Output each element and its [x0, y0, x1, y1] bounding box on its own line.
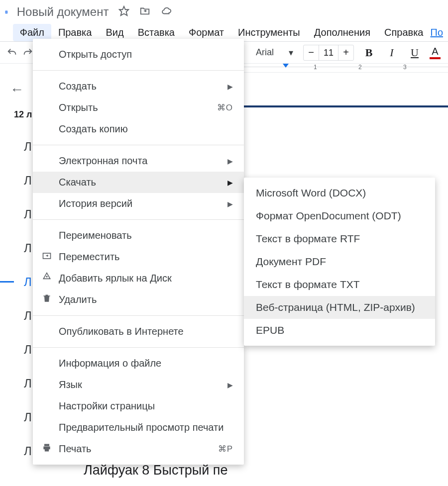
- chevron-right-icon: ▶: [227, 83, 233, 91]
- chevron-right-icon: ▶: [227, 179, 233, 187]
- submenu-item-rtf[interactable]: Текст в формате RTF: [244, 227, 435, 250]
- font-size-value[interactable]: 11: [319, 45, 338, 60]
- outline-item[interactable]: Л: [24, 343, 32, 357]
- font-size-control: − 11 +: [303, 45, 354, 61]
- menu-item-file-info[interactable]: Информация о файле: [33, 353, 244, 374]
- move-icon: [42, 251, 53, 263]
- outline-item[interactable]: Л: [24, 207, 32, 221]
- menu-item-print[interactable]: Печать⌘P: [33, 438, 244, 460]
- outline-item-selected[interactable]: Л: [24, 275, 32, 289]
- shortcut-label: ⌘P: [218, 444, 233, 454]
- font-size-decrease[interactable]: −: [304, 45, 319, 60]
- submenu-item-docx[interactable]: Microsoft Word (DOCX): [244, 182, 435, 204]
- italic-button[interactable]: I: [384, 45, 400, 61]
- text-color-button[interactable]: A: [430, 46, 441, 59]
- ruler-tick: 1: [314, 64, 317, 71]
- menu-item-open[interactable]: Открыть⌘O: [33, 97, 244, 118]
- font-family-label: Arial: [256, 47, 274, 58]
- submenu-item-html-zip[interactable]: Веб-страница (HTML, ZIP-архив): [244, 296, 435, 319]
- menu-separator: [33, 315, 244, 316]
- menu-item-share[interactable]: Открыть доступ: [33, 44, 244, 65]
- ruler-tick: 2: [358, 64, 362, 71]
- chevron-right-icon: ▶: [227, 381, 233, 389]
- menu-item-rename[interactable]: Переименовать: [33, 225, 244, 246]
- submenu-item-pdf[interactable]: Документ PDF: [244, 250, 435, 273]
- font-size-increase[interactable]: +: [338, 45, 353, 60]
- docs-logo-icon[interactable]: [5, 7, 8, 31]
- menu-help[interactable]: Справка: [377, 24, 430, 41]
- outline-item[interactable]: Л: [24, 377, 32, 390]
- outline-item[interactable]: Л: [24, 410, 32, 424]
- outline-item[interactable]: Л: [24, 174, 32, 188]
- menu-item-language[interactable]: Язык▶: [33, 374, 244, 395]
- submenu-item-epub[interactable]: EPUB: [244, 319, 435, 342]
- menu-item-publish[interactable]: Опубликовать в Интернете: [33, 321, 244, 342]
- svg-marker-4: [119, 6, 128, 15]
- outline-item[interactable]: Л: [24, 309, 32, 323]
- outline-sidebar: ← 12 л Л Л Л Л Л Л Л Л Л Л: [0, 73, 34, 485]
- chevron-right-icon: ▶: [227, 200, 233, 208]
- menu-item-make-copy[interactable]: Создать копию: [33, 118, 244, 140]
- menu-item-add-drive-shortcut[interactable]: Добавить ярлык на Диск: [33, 268, 244, 289]
- undo-icon[interactable]: [5, 46, 19, 60]
- header-bar: Новый документ Файл Правка Вид Вставка Ф…: [0, 0, 448, 42]
- outline-item[interactable]: Л: [24, 444, 32, 458]
- submenu-item-txt[interactable]: Текст в формате TXT: [244, 273, 435, 296]
- outline-heading: 12 л: [14, 109, 32, 120]
- menu-item-print-preview[interactable]: Предварительный просмотр печати: [33, 417, 244, 438]
- file-menu-dropdown: Открыть доступ Создать▶ Открыть⌘O Создат…: [33, 39, 244, 465]
- color-bar-icon: [430, 57, 441, 59]
- menu-item-move[interactable]: Переместить: [33, 246, 244, 268]
- ruler-tick: 3: [403, 64, 407, 71]
- menu-item-delete[interactable]: Удалить: [33, 289, 244, 310]
- drive-shortcut-icon: [42, 272, 53, 285]
- menu-item-version-history[interactable]: История версий▶: [33, 193, 244, 214]
- print-icon: [42, 443, 53, 455]
- move-folder-icon[interactable]: [139, 5, 150, 18]
- last-edit-link[interactable]: По: [431, 27, 444, 41]
- document-title[interactable]: Новый документ: [17, 5, 109, 19]
- menu-item-email[interactable]: Электронная почта▶: [33, 150, 244, 172]
- outline-item[interactable]: Л: [24, 241, 32, 255]
- menu-addons[interactable]: Дополнения: [307, 24, 377, 41]
- ruler-indent-marker[interactable]: [283, 64, 289, 68]
- underline-button[interactable]: U: [407, 45, 423, 61]
- text-color-letter: A: [432, 46, 438, 57]
- chevron-down-icon: ▾: [289, 47, 293, 58]
- cloud-status-icon[interactable]: [160, 5, 172, 18]
- menu-separator: [33, 70, 244, 71]
- horizontal-ruler[interactable]: 1 2 3 4: [234, 64, 448, 73]
- title-area: Новый документ Файл Правка Вид Вставка Ф…: [17, 5, 431, 41]
- menu-item-download[interactable]: Скачать▶: [33, 172, 244, 193]
- outline-item[interactable]: Л: [24, 140, 32, 154]
- star-icon[interactable]: [118, 5, 129, 18]
- download-submenu: Microsoft Word (DOCX) Формат OpenDocumen…: [244, 178, 435, 346]
- menu-item-page-setup[interactable]: Настройки страницы: [33, 395, 244, 417]
- menu-separator: [33, 347, 244, 348]
- trash-icon: [42, 293, 53, 306]
- bold-button[interactable]: B: [361, 45, 377, 61]
- collapse-outline-icon[interactable]: ←: [10, 82, 24, 97]
- submenu-item-odt[interactable]: Формат OpenDocument (ODT): [244, 204, 435, 227]
- menu-item-new[interactable]: Создать▶: [33, 76, 244, 97]
- chevron-right-icon: ▶: [227, 157, 233, 165]
- shortcut-label: ⌘O: [217, 102, 233, 113]
- menu-separator: [33, 219, 244, 220]
- font-family-selector[interactable]: Arial ▾: [256, 47, 293, 58]
- menu-separator: [33, 145, 244, 145]
